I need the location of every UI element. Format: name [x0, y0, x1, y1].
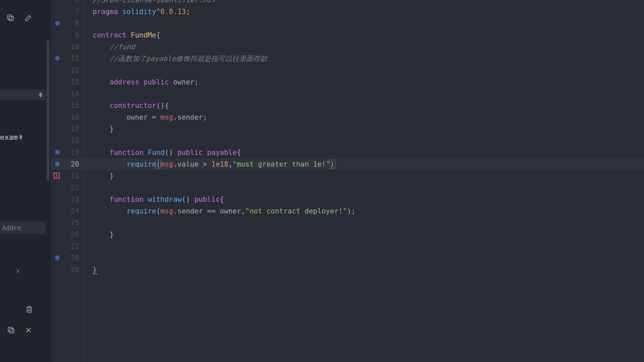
code-line[interactable]: //SPDX-License-Identifier:MIT [85, 0, 216, 6]
code-line[interactable] [85, 64, 93, 76]
at-address-input[interactable]: Addre [0, 221, 46, 235]
code-line[interactable] [85, 182, 93, 193]
line-number[interactable]: 26 [50, 229, 84, 240]
error-marker[interactable]: ! [54, 173, 60, 179]
code-line[interactable]: owner = msg.sender; [85, 111, 207, 123]
svg-rect-1 [7, 15, 12, 19]
line-number[interactable]: 12 [50, 64, 84, 76]
line-number[interactable]: 10 [50, 41, 84, 53]
copy-icon[interactable] [6, 13, 15, 22]
code-line[interactable]: require(msg.value > 1e18,"must greater t… [85, 158, 334, 170]
code-line[interactable]: address public owner; [85, 76, 199, 88]
line-number[interactable]: 6 [50, 0, 84, 6]
code-line[interactable]: } [85, 229, 114, 240]
line-number[interactable]: 18 [50, 135, 84, 146]
line-number[interactable]: 23 [50, 193, 84, 205]
expand-toggle[interactable] [15, 268, 21, 274]
app-root: exam Addre [0, 0, 644, 362]
svg-rect-2 [10, 329, 14, 333]
numeric-stepper[interactable] [0, 89, 46, 101]
sidebar-scrollbar[interactable] [47, 40, 49, 181]
code-line[interactable] [85, 88, 93, 100]
code-line[interactable] [85, 240, 93, 252]
svg-rect-3 [8, 327, 12, 331]
breakpoint-marker[interactable] [55, 255, 60, 260]
line-number[interactable]: 13 [50, 76, 84, 88]
breakpoint-marker[interactable] [55, 150, 60, 155]
line-number[interactable]: 9 [50, 29, 84, 41]
at-address-placeholder: Addre [2, 224, 21, 232]
contract-select[interactable]: exam [0, 131, 46, 143]
side-panel: exam Addre [0, 0, 50, 362]
code-editor[interactable]: 6789101112131415161718192021!22232425262… [50, 0, 644, 362]
stepper-arrows-icon [19, 133, 24, 141]
line-number[interactable]: 7 [50, 6, 84, 17]
line-number[interactable]: 25 [50, 217, 84, 229]
code-line[interactable]: //函数加了payable修饰符就是指可以往里面存款 [85, 53, 267, 64]
line-number[interactable]: 16 [50, 111, 84, 123]
code-line[interactable]: } [85, 170, 114, 182]
close-icon[interactable] [25, 326, 32, 334]
svg-rect-0 [9, 16, 13, 21]
breakpoint-marker[interactable] [55, 162, 60, 166]
edit-icon[interactable] [24, 13, 33, 22]
line-number[interactable]: 27 [50, 240, 84, 252]
breakpoint-marker[interactable] [55, 56, 60, 61]
code-line[interactable]: function Fund() public payable{ [85, 146, 241, 158]
line-number[interactable]: 14 [50, 88, 84, 100]
code-line[interactable]: contract FundMe{ [85, 29, 160, 41]
code-line[interactable]: //fund [85, 41, 135, 53]
line-number[interactable]: 15 [50, 100, 84, 111]
stepper-arrows-icon [39, 91, 44, 99]
code-line[interactable]: function withdraw() public{ [85, 193, 224, 205]
line-number[interactable]: 17 [50, 123, 84, 135]
line-number[interactable]: 24 [50, 205, 84, 217]
code-line[interactable]: require(msg.sender == owner,"not contrac… [85, 205, 356, 217]
code-line[interactable]: } [85, 123, 114, 135]
breakpoint-marker[interactable] [55, 21, 60, 25]
contract-select-label: exam [0, 133, 18, 141]
line-number[interactable]: 22 [50, 182, 84, 193]
trash-icon[interactable] [25, 305, 34, 314]
code-line[interactable]: constructor(){ [85, 100, 169, 111]
code-line[interactable] [85, 135, 93, 146]
code-line[interactable] [85, 217, 93, 229]
line-number[interactable]: 29 [50, 264, 84, 276]
code-line[interactable]: pragma solidity^0.8.13; [85, 6, 190, 17]
code-line[interactable] [85, 17, 93, 29]
copy-icon[interactable] [7, 326, 15, 335]
code-line[interactable]: } [85, 264, 97, 276]
code-line[interactable] [85, 252, 93, 264]
